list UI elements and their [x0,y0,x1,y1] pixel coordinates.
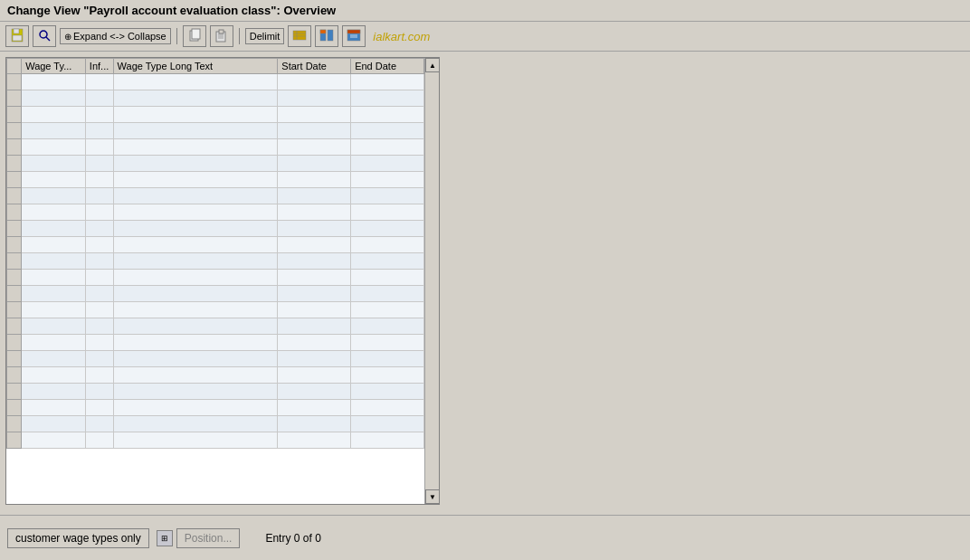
cell-end_date[interactable] [351,139,424,156]
cell-end_date[interactable] [351,188,424,204]
table-row[interactable] [7,335,424,351]
cell-info[interactable] [85,90,113,107]
cell-start_date[interactable] [278,237,351,253]
cell-wage_type[interactable] [22,139,86,156]
cell-end_date[interactable] [351,416,424,432]
cell-wage_type[interactable] [22,416,86,432]
cell-info[interactable] [85,139,113,156]
table-row[interactable] [7,400,424,416]
table-row[interactable] [7,253,424,270]
cell-start_date[interactable] [278,188,351,204]
cell-info[interactable] [85,318,113,335]
cell-start_date[interactable] [278,221,351,237]
cell-long_text[interactable] [113,107,278,123]
cell-start_date[interactable] [278,156,351,172]
cell-start_date[interactable] [278,107,351,123]
cell-start_date[interactable] [278,335,351,351]
table-row[interactable] [7,172,424,188]
save-button[interactable] [5,25,29,47]
table-row[interactable] [7,367,424,384]
cell-wage_type[interactable] [22,384,86,400]
tool1-button[interactable] [288,25,311,47]
table-row[interactable] [7,302,424,318]
cell-long_text[interactable] [113,335,278,351]
cell-long_text[interactable] [113,302,278,318]
cell-start_date[interactable] [278,74,351,90]
cell-end_date[interactable] [351,237,424,253]
cell-start_date[interactable] [278,318,351,335]
cell-end_date[interactable] [351,335,424,351]
cell-wage_type[interactable] [22,367,86,384]
cell-wage_type[interactable] [22,221,86,237]
cell-info[interactable] [85,302,113,318]
cell-long_text[interactable] [113,156,278,172]
cell-info[interactable] [85,270,113,286]
cell-end_date[interactable] [351,432,424,449]
cell-end_date[interactable] [351,286,424,302]
cell-info[interactable] [85,123,113,139]
table-row[interactable] [7,351,424,367]
table-row[interactable] [7,123,424,139]
cell-wage_type[interactable] [22,237,86,253]
cell-long_text[interactable] [113,318,278,335]
cell-wage_type[interactable] [22,123,86,139]
cell-info[interactable] [85,204,113,221]
copy-button[interactable] [183,25,206,47]
cell-wage_type[interactable] [22,188,86,204]
cell-wage_type[interactable] [22,156,86,172]
table-row[interactable] [7,188,424,204]
cell-start_date[interactable] [278,253,351,270]
cell-wage_type[interactable] [22,318,86,335]
table-row[interactable] [7,286,424,302]
cell-end_date[interactable] [351,384,424,400]
cell-end_date[interactable] [351,107,424,123]
cell-end_date[interactable] [351,367,424,384]
cell-info[interactable] [85,221,113,237]
cell-long_text[interactable] [113,286,278,302]
cell-end_date[interactable] [351,90,424,107]
position-button[interactable]: Position... [176,528,241,548]
cell-long_text[interactable] [113,384,278,400]
table-row[interactable] [7,139,424,156]
cell-wage_type[interactable] [22,351,86,367]
cell-long_text[interactable] [113,253,278,270]
cell-long_text[interactable] [113,367,278,384]
cell-info[interactable] [85,400,113,416]
cell-end_date[interactable] [351,302,424,318]
cell-info[interactable] [85,286,113,302]
table-row[interactable] [7,432,424,449]
cell-wage_type[interactable] [22,253,86,270]
cell-info[interactable] [85,74,113,90]
cell-wage_type[interactable] [22,335,86,351]
cell-long_text[interactable] [113,90,278,107]
cell-long_text[interactable] [113,188,278,204]
cell-wage_type[interactable] [22,432,86,449]
expand-collapse-button[interactable]: ⊕ Expand <-> Collapse [60,28,171,44]
cell-long_text[interactable] [113,432,278,449]
cell-end_date[interactable] [351,221,424,237]
cell-info[interactable] [85,416,113,432]
cell-info[interactable] [85,351,113,367]
cell-long_text[interactable] [113,123,278,139]
cell-info[interactable] [85,335,113,351]
cell-wage_type[interactable] [22,204,86,221]
cell-info[interactable] [85,172,113,188]
cell-wage_type[interactable] [22,286,86,302]
cell-info[interactable] [85,367,113,384]
cell-start_date[interactable] [278,367,351,384]
table-row[interactable] [7,318,424,335]
paste-button[interactable] [210,25,233,47]
cell-long_text[interactable] [113,351,278,367]
cell-wage_type[interactable] [22,90,86,107]
table-row[interactable] [7,90,424,107]
cell-wage_type[interactable] [22,172,86,188]
cell-info[interactable] [85,237,113,253]
table-row[interactable] [7,221,424,237]
cell-long_text[interactable] [113,74,278,90]
cell-long_text[interactable] [113,172,278,188]
cell-start_date[interactable] [278,270,351,286]
cell-start_date[interactable] [278,139,351,156]
find-button[interactable] [33,25,56,47]
customer-wage-types-button[interactable]: customer wage types only [7,528,149,548]
cell-start_date[interactable] [278,302,351,318]
